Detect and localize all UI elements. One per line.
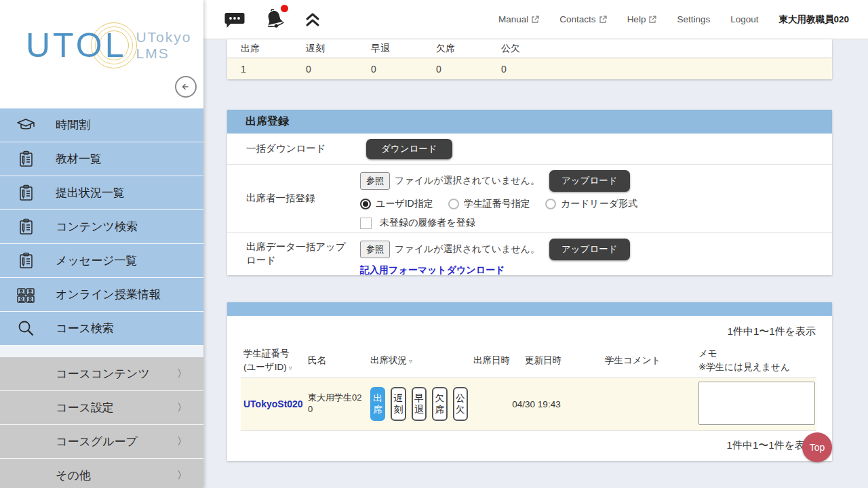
submissions-icon — [15, 182, 37, 204]
status-present-button[interactable]: 出席 — [370, 387, 385, 421]
top-header: Manual Contacts Help Settings Logout 東 — [203, 0, 868, 39]
status-late-button[interactable]: 遅刻 — [391, 387, 406, 421]
scroll-to-top-button[interactable]: Top — [802, 432, 832, 462]
summary-value-absent: 0 — [436, 64, 501, 75]
radio-unselected-icon — [545, 199, 556, 209]
sort-triangle-icon: ▿ — [289, 364, 292, 371]
sidebar-item-others[interactable]: その他 〉 — [0, 459, 203, 488]
chat-messages-button[interactable] — [224, 9, 245, 30]
summary-values-row: 1 0 0 0 0 — [227, 58, 832, 79]
sidebar-item-submissions[interactable]: 提出状況一覧 — [0, 176, 203, 209]
content-search-icon — [15, 216, 37, 238]
col-update-datetime: 更新日時 — [522, 344, 602, 378]
sidebar-item-course-group[interactable]: コースグループ 〉 — [0, 425, 203, 458]
student-comment-value — [602, 378, 696, 430]
bulk-download-label: 一括ダウンロード — [241, 134, 360, 164]
sidebar-item-label: コンテンツ検索 — [56, 219, 138, 235]
browse-file-button[interactable]: 参照 — [360, 172, 390, 190]
sidebar-item-online-class[interactable]: オンライン授業情報 — [0, 278, 203, 311]
nav-help-link[interactable]: Help — [627, 14, 657, 24]
sidebar-collapse-button[interactable] — [175, 76, 197, 98]
logged-in-user-name: 東大用教職員020 — [778, 14, 849, 26]
nav-settings-label: Settings — [677, 14, 710, 24]
col-status[interactable]: 出席状況▿ — [368, 344, 471, 378]
summary-header-late: 遅刻 — [306, 43, 371, 55]
register-unenrolled-checkbox[interactable] — [360, 218, 372, 229]
external-link-icon — [599, 16, 607, 24]
data-upload-row: 出席データ一括アップロード 参照 ファイルが選択されていません。 アップロード … — [227, 233, 832, 275]
sidebar-menu: 時間割 教材一覧 提出状況一覧 コンテンツ検索 — [0, 108, 203, 345]
student-row: UTokyoSt020 東大用学生020 出席 遅刻 早退 欠席 公欠 — [241, 378, 816, 430]
status-excused-button[interactable]: 公欠 — [453, 387, 468, 421]
student-id-link[interactable]: UTokyoSt020 — [243, 399, 303, 409]
utol-logo: UTOL UTokyo LMS — [26, 28, 191, 62]
top-nav: Manual Contacts Help Settings Logout 東 — [498, 14, 849, 26]
sidebar-item-course-contents[interactable]: コースコンテンツ 〉 — [0, 357, 203, 390]
arrow-left-icon — [180, 81, 191, 92]
chevron-right-icon: 〉 — [177, 367, 187, 380]
sidebar-item-label: メッセージ一覧 — [56, 253, 138, 268]
upload-button[interactable]: アップロード — [549, 170, 630, 192]
pagination-info-top: 1件中1〜1件を表示 — [227, 316, 832, 344]
pagination-info-bottom: 1件中1〜1件を表示 — [241, 430, 816, 461]
col-student-comment: 学生コメント — [602, 344, 696, 378]
format-download-link[interactable]: 記入用フォーマットダウンロード — [360, 264, 505, 277]
logo-subtext-line2: LMS — [136, 45, 169, 61]
student-name: 東大用学生020 — [308, 392, 361, 414]
summary-value-present: 1 — [241, 64, 306, 75]
nav-settings-link[interactable]: Settings — [677, 14, 710, 24]
section-title: 出席登録 — [227, 110, 832, 134]
summary-header-early-leave: 早退 — [371, 43, 436, 55]
main-area: Manual Contacts Help Settings Logout 東 — [203, 0, 868, 488]
sidebar-item-timetable[interactable]: 時間割 — [0, 108, 203, 142]
memo-textarea[interactable] — [698, 382, 815, 425]
status-absent-button[interactable]: 欠席 — [432, 387, 447, 421]
data-upload-label: 出席データ一括アップロード — [241, 233, 360, 275]
col-name: 氏名 — [305, 344, 368, 378]
logo-text: UTOL — [26, 28, 126, 62]
radio-student-number-label: 学生証番号指定 — [464, 198, 530, 210]
col-student-id[interactable]: 学生証番号 (ユーザID)▿ — [241, 344, 305, 378]
summary-header-absent: 欠席 — [436, 43, 501, 55]
sidebar-item-label: その他 — [56, 468, 91, 483]
col-status-label: 出席状況 — [370, 355, 407, 365]
file-status-text: ファイルが選択されていません。 — [395, 175, 540, 187]
sidebar-item-messages[interactable]: メッセージ一覧 — [0, 244, 203, 277]
sidebar-item-content-search[interactable]: コンテンツ検索 — [0, 210, 203, 243]
summary-value-late: 0 — [306, 64, 371, 75]
app-root: UTOL UTokyo LMS 時間割 — [0, 0, 868, 488]
sidebar-item-label: コース設定 — [56, 400, 114, 415]
sidebar-item-label: コースグループ — [56, 434, 138, 449]
student-attendance-table: 学生証番号 (ユーザID)▿ 氏名 出席状況▿ 出席日時 更新日時 学生コメント — [241, 344, 816, 461]
chevron-right-icon: 〉 — [177, 401, 187, 414]
sort-triangle-icon: ▿ — [409, 357, 412, 365]
sidebar-item-course-search[interactable]: コース検索 — [0, 312, 203, 345]
logo-subtext-line1: UTokyo — [136, 29, 191, 45]
nav-manual-link[interactable]: Manual — [498, 14, 539, 24]
browse-file-button[interactable]: 参照 — [360, 241, 390, 258]
bulk-register-label: 出席者一括登録 — [241, 165, 360, 232]
radio-user-id[interactable]: ユーザID指定 — [360, 198, 433, 210]
sidebar-item-materials[interactable]: 教材一覧 — [0, 142, 203, 176]
external-link-icon — [531, 16, 539, 24]
upload-button[interactable]: アップロード — [549, 239, 630, 260]
notifications-bell-button[interactable] — [263, 7, 286, 32]
sidebar-item-label: オンライン授業情報 — [56, 287, 161, 302]
radio-card-reader[interactable]: カードリーダ形式 — [545, 198, 637, 210]
nav-logout-link[interactable]: Logout — [730, 14, 758, 24]
status-early-leave-button[interactable]: 早退 — [412, 387, 427, 421]
status-button-group: 出席 遅刻 早退 欠席 公欠 — [370, 387, 468, 421]
radio-student-number[interactable]: 学生証番号指定 — [448, 198, 530, 210]
sidebar-item-course-settings[interactable]: コース設定 〉 — [0, 391, 203, 424]
scroll-top-chevrons-button[interactable] — [304, 11, 321, 28]
sidebar: UTOL UTokyo LMS 時間割 — [0, 0, 203, 488]
timetable-icon — [15, 115, 37, 136]
radio-user-id-label: ユーザID指定 — [376, 198, 433, 210]
download-button[interactable]: ダウンロード — [366, 139, 452, 159]
messages-icon — [15, 250, 37, 272]
student-table-header-row: 学生証番号 (ユーザID)▿ 氏名 出席状況▿ 出席日時 更新日時 学生コメント — [241, 344, 816, 378]
sidebar-item-label: 教材一覧 — [56, 151, 102, 167]
col-memo-line1: メモ — [698, 348, 717, 359]
nav-contacts-link[interactable]: Contacts — [559, 14, 606, 24]
bulk-download-row: 一括ダウンロード ダウンロード — [227, 134, 832, 165]
